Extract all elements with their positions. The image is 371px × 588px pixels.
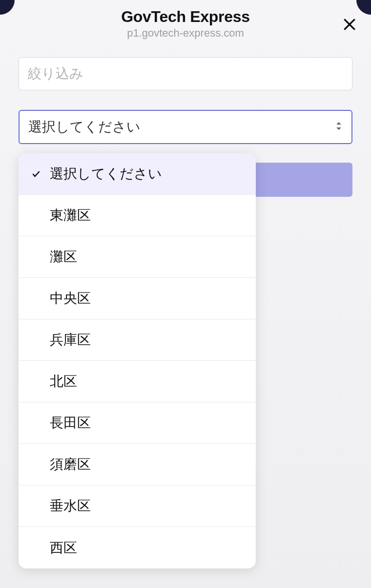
header: GovTech Express p1.govtech-express.com (0, 0, 371, 40)
dropdown-option-label: 灘区 (50, 248, 77, 266)
dropdown-option[interactable]: 北区 (19, 361, 256, 402)
dropdown-option[interactable]: 垂水区 (19, 485, 256, 527)
district-select[interactable]: 選択してください (19, 110, 352, 144)
check-icon (30, 168, 42, 180)
close-icon (342, 17, 357, 32)
dropdown-option-label: 須磨区 (50, 455, 91, 474)
dropdown-option[interactable]: 西区 (19, 527, 256, 568)
dropdown-option[interactable]: 灘区 (19, 236, 256, 278)
dropdown-option[interactable]: 選択してください (19, 153, 256, 195)
page-subtitle: p1.govtech-express.com (0, 27, 371, 40)
dropdown-option-label: 長田区 (50, 414, 91, 432)
dropdown-option[interactable]: 兵庫区 (19, 319, 256, 361)
dropdown-option-label: 中央区 (50, 289, 91, 308)
dropdown-option-label: 北区 (50, 372, 77, 391)
dropdown-option[interactable]: 須磨区 (19, 444, 256, 485)
dropdown-option[interactable]: 長田区 (19, 402, 256, 444)
page-title: GovTech Express (0, 8, 371, 26)
district-dropdown: 選択してください東灘区灘区中央区兵庫区北区長田区須磨区垂水区西区 (19, 153, 256, 568)
dropdown-option-label: 兵庫区 (50, 331, 91, 349)
select-placeholder: 選択してください (28, 118, 141, 136)
close-button[interactable] (339, 14, 360, 35)
dropdown-option-label: 選択してください (50, 165, 162, 183)
dropdown-option-label: 垂水区 (50, 497, 91, 515)
dropdown-option-label: 西区 (50, 539, 77, 557)
filter-input[interactable] (19, 57, 352, 90)
chevron-updown-icon (335, 121, 343, 133)
dropdown-option[interactable]: 東灘区 (19, 195, 256, 236)
dropdown-option-label: 東灘区 (50, 206, 91, 225)
dropdown-option[interactable]: 中央区 (19, 278, 256, 319)
